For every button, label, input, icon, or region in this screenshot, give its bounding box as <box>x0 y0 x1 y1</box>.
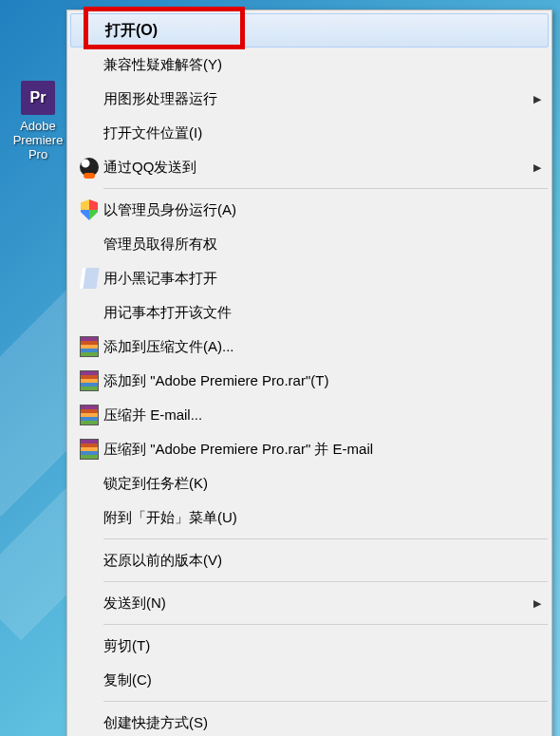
menu-item[interactable]: 以管理员身份运行(A) <box>69 193 550 227</box>
menu-item-label: 以管理员身份运行(A) <box>103 201 531 219</box>
menu-item-label: 还原以前的版本(V) <box>103 552 531 570</box>
rar-icon <box>75 336 103 357</box>
menu-separator <box>103 581 548 582</box>
menu-separator <box>103 188 548 189</box>
menu-item-label: 压缩到 "Adobe Premiere Pro.rar" 并 E-mail <box>103 441 531 459</box>
menu-item[interactable]: 用图形处理器运行▶ <box>69 82 550 116</box>
menu-item-label: 用小黑记事本打开 <box>103 270 531 288</box>
desktop-shortcut-label: Adobe Premiere Pro <box>9 119 66 161</box>
menu-item[interactable]: 兼容性疑难解答(Y) <box>69 47 550 82</box>
menu-item-label: 打开文件位置(I) <box>103 124 531 142</box>
menu-item-label: 打开(O) <box>105 21 529 41</box>
menu-item-label: 添加到压缩文件(A)... <box>103 338 531 356</box>
rar-icon <box>75 405 103 425</box>
menu-item-label: 添加到 "Adobe Premiere Pro.rar"(T) <box>103 372 531 390</box>
menu-item-label: 剪切(T) <box>103 637 531 655</box>
menu-item[interactable]: 压缩到 "Adobe Premiere Pro.rar" 并 E-mail <box>69 432 550 466</box>
menu-item[interactable]: 还原以前的版本(V) <box>69 543 550 577</box>
menu-item-label: 发送到(N) <box>103 594 531 613</box>
menu-item-label: 用记事本打开该文件 <box>103 304 531 322</box>
menu-item[interactable]: 打开(O) <box>70 13 549 47</box>
context-menu: 打开(O)兼容性疑难解答(Y)用图形处理器运行▶打开文件位置(I)通过QQ发送到… <box>66 9 552 736</box>
menu-separator <box>103 701 548 702</box>
menu-item[interactable]: 锁定到任务栏(K) <box>69 466 550 500</box>
menu-item[interactable]: 添加到 "Adobe Premiere Pro.rar"(T) <box>69 364 550 398</box>
menu-item[interactable]: 打开文件位置(I) <box>69 116 550 150</box>
menu-separator <box>103 624 548 625</box>
menu-separator <box>103 538 548 539</box>
menu-item[interactable]: 压缩并 E-mail... <box>69 398 550 432</box>
menu-item[interactable]: 用记事本打开该文件 <box>69 295 550 330</box>
desktop-shortcut[interactable]: Pr Adobe Premiere Pro <box>9 81 66 161</box>
premiere-icon: Pr <box>21 81 55 115</box>
shield-icon <box>75 199 103 220</box>
menu-item-label: 复制(C) <box>103 671 531 689</box>
menu-item-label: 附到「开始」菜单(U) <box>103 509 531 527</box>
menu-item[interactable]: 剪切(T) <box>69 629 550 663</box>
menu-item[interactable]: 通过QQ发送到▶ <box>69 150 550 184</box>
notebook-icon <box>75 268 103 289</box>
qq-icon <box>75 158 103 177</box>
menu-item[interactable]: 附到「开始」菜单(U) <box>69 500 550 535</box>
menu-item[interactable]: 创建快捷方式(S) <box>69 706 550 736</box>
menu-item[interactable]: 添加到压缩文件(A)... <box>69 330 550 364</box>
menu-item[interactable]: 复制(C) <box>69 663 550 697</box>
rar-icon <box>75 370 103 391</box>
menu-item-label: 用图形处理器运行 <box>103 90 531 108</box>
menu-item[interactable]: 发送到(N)▶ <box>69 586 550 620</box>
menu-item-label: 锁定到任务栏(K) <box>103 475 531 493</box>
submenu-arrow-icon: ▶ <box>531 597 544 610</box>
menu-item[interactable]: 管理员取得所有权 <box>69 227 550 261</box>
menu-item-label: 管理员取得所有权 <box>103 236 531 254</box>
rar-icon <box>75 439 103 460</box>
menu-item-label: 压缩并 E-mail... <box>103 406 531 425</box>
submenu-arrow-icon: ▶ <box>531 161 544 174</box>
submenu-arrow-icon: ▶ <box>531 93 544 105</box>
menu-item-label: 创建快捷方式(S) <box>103 714 531 732</box>
menu-item-label: 通过QQ发送到 <box>103 159 531 177</box>
menu-item-label: 兼容性疑难解答(Y) <box>103 56 531 74</box>
menu-item[interactable]: 用小黑记事本打开 <box>69 261 550 295</box>
